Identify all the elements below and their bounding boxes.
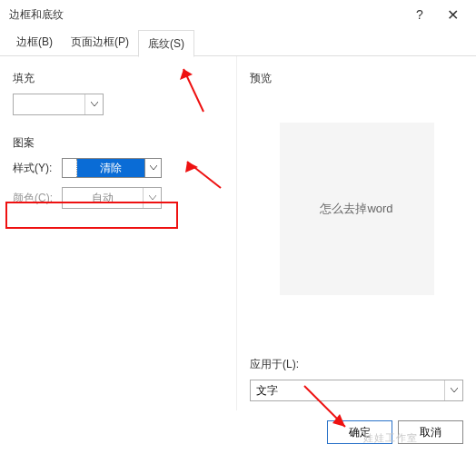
apply-to-value: 文字 — [251, 383, 444, 399]
style-swatch — [63, 159, 77, 177]
tab-shading[interactable]: 底纹(S) — [138, 30, 194, 57]
tab-page-border[interactable]: 页面边框(P) — [62, 29, 138, 56]
chevron-down-icon — [144, 159, 161, 177]
preview-area: 怎么去掉word — [280, 123, 434, 295]
dialog-footer: 确定 取消 — [0, 410, 476, 454]
dialog-body: 填充 图案 样式(Y): 清除 颜色(C): 自动 预览 — [0, 56, 476, 410]
help-icon: ? — [416, 7, 423, 22]
help-button[interactable]: ? — [403, 2, 436, 27]
left-panel: 填充 图案 样式(Y): 清除 颜色(C): 自动 — [0, 56, 236, 410]
preview-text: 怎么去掉word — [320, 201, 392, 217]
tab-page-border-label: 页面边框(P) — [71, 35, 129, 48]
apply-section: 应用于(L): 文字 — [250, 357, 463, 401]
ok-button[interactable]: 确定 — [327, 420, 392, 444]
chevron-down-icon — [84, 94, 103, 114]
fill-label: 填充 — [13, 71, 223, 86]
fill-color-combo[interactable] — [13, 94, 104, 115]
apply-label: 应用于(L): — [250, 357, 463, 372]
pattern-label: 图案 — [13, 135, 223, 151]
chevron-down-icon — [143, 188, 161, 208]
tab-bar: 边框(B) 页面边框(P) 底纹(S) — [0, 29, 476, 56]
close-icon: ✕ — [447, 6, 459, 24]
tab-shading-label: 底纹(S) — [148, 37, 184, 50]
right-panel: 预览 怎么去掉word 应用于(L): 文字 — [236, 56, 476, 410]
title-bar: 边框和底纹 ? ✕ — [0, 0, 476, 29]
tab-border-label: 边框(B) — [16, 35, 53, 48]
cancel-button[interactable]: 取消 — [398, 420, 463, 444]
window-title: 边框和底纹 — [9, 7, 403, 23]
color-combo[interactable]: 自动 — [62, 187, 162, 209]
style-combo[interactable]: 清除 — [62, 158, 162, 178]
close-button[interactable]: ✕ — [436, 2, 469, 27]
cancel-button-label: 取消 — [420, 425, 441, 440]
apply-to-combo[interactable]: 文字 — [250, 380, 463, 401]
color-value: 自动 — [63, 191, 143, 206]
chevron-down-icon — [444, 380, 462, 400]
tab-border[interactable]: 边框(B) — [7, 29, 62, 56]
color-row-label: 颜色(C): — [13, 191, 56, 206]
ok-button-label: 确定 — [349, 425, 371, 440]
style-value: 清除 — [77, 159, 144, 177]
preview-label: 预览 — [250, 71, 463, 86]
style-row-label: 样式(Y): — [13, 161, 56, 176]
